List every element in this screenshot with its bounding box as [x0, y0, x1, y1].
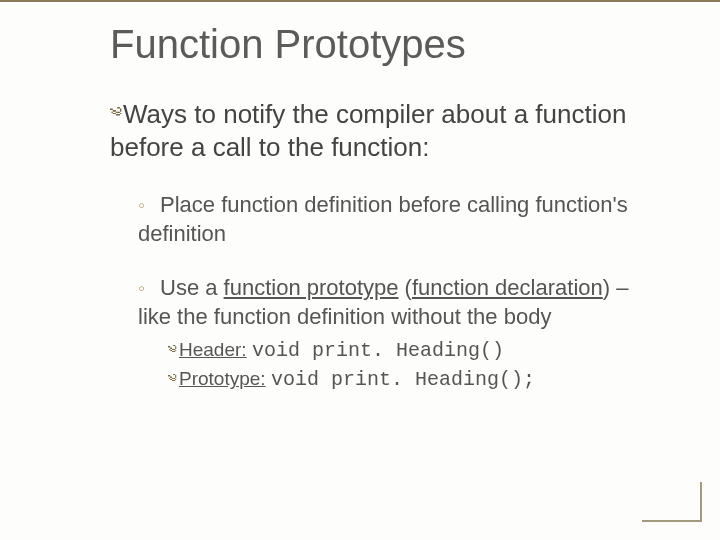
slide: Function Prototypes ༄Ways to notify the …	[0, 0, 720, 540]
swirl-icon: ༄	[110, 101, 121, 126]
level2b-mid: (	[399, 275, 412, 300]
bullet-level3-header: ༄Header: void print. Heading()	[168, 337, 660, 364]
prototype-label: Prototype:	[179, 368, 266, 389]
swirl-icon: ༄	[168, 341, 177, 360]
top-border	[0, 0, 720, 2]
ring-icon: ◦	[138, 192, 150, 218]
corner-decoration	[642, 482, 702, 522]
level2a-text: Place function definition before calling…	[138, 192, 628, 246]
level1-text: Ways to notify the compiler about a func…	[110, 99, 626, 162]
swirl-icon: ༄	[168, 370, 177, 389]
slide-body: ༄Ways to notify the compiler about a fun…	[110, 98, 660, 395]
bullet-level2-b: ◦Use a function prototype (function decl…	[138, 274, 660, 331]
bullet-level2-a: ◦Place function definition before callin…	[138, 191, 660, 248]
level2b-underline2: function declaration	[412, 275, 603, 300]
prototype-code: void print. Heading();	[271, 368, 535, 391]
bullet-level3-prototype: ༄Prototype: void print. Heading();	[168, 366, 660, 393]
level2b-pre: Use a	[160, 275, 224, 300]
header-label: Header:	[179, 339, 247, 360]
slide-title: Function Prototypes	[110, 22, 466, 67]
bullet-level1: ༄Ways to notify the compiler about a fun…	[110, 98, 660, 163]
level2b-underline1: function prototype	[224, 275, 399, 300]
header-code: void print. Heading()	[252, 339, 504, 362]
ring-icon: ◦	[138, 275, 150, 301]
